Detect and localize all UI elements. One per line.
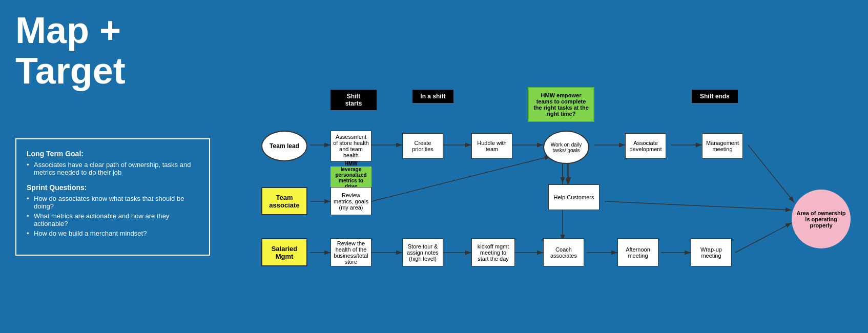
shift-starts-label: Shift starts: [330, 90, 377, 110]
review-metrics-node: Review metrics, goals (my area): [330, 187, 371, 215]
info-box: Long Term Goal: Associates have a clear …: [15, 138, 210, 256]
coach-associates-node: Coach associates: [543, 238, 584, 266]
team-lead-node: Team lead: [261, 131, 307, 161]
management-meeting-node: Management meeting: [702, 133, 743, 159]
in-a-shift-label: In a shift: [412, 90, 453, 103]
diagram: Shift starts In a shift Shift ends HMW e…: [231, 0, 861, 333]
sprint-question-3: How do we build a merchant mindset?: [27, 230, 199, 237]
page-title: Map + Target: [15, 10, 126, 91]
long-term-goal-label: Long Term Goal:: [27, 150, 199, 158]
work-on-daily-node: Work on daily tasks/ goals: [543, 131, 589, 164]
sprint-questions-list: How do associates know what tasks that s…: [27, 195, 199, 237]
afternoon-meeting-node: Afternoon meeting: [617, 238, 658, 266]
huddle-with-team-node: Huddle with team: [471, 133, 512, 159]
team-associate-node: Team associate: [261, 187, 307, 215]
kickoff-mgmt-node: kickoff mgmt meeting to start the day: [471, 238, 515, 266]
review-health-node: Review the health of the business/total …: [330, 238, 371, 266]
arrows-svg: [231, 0, 861, 333]
salaried-mgmt-node: Salaried Mgmt: [261, 238, 307, 266]
svg-line-7: [748, 145, 794, 202]
sprint-question-2: What metrics are actionable and how are …: [27, 212, 199, 227]
sprint-question-1: How do associates know what tasks that s…: [27, 195, 199, 210]
sprint-questions-label: Sprint Questions:: [27, 183, 199, 192]
associate-development-node: Associate development: [625, 133, 666, 159]
long-term-goal-item: Associates have a clear path of ownershi…: [27, 161, 199, 176]
assessment-node: Assessment of store health and team heal…: [330, 131, 371, 161]
wrap-up-node: Wrap-up meeting: [691, 238, 732, 266]
create-priorities-node: Create priorities: [402, 133, 443, 159]
shift-ends-label: Shift ends: [692, 90, 738, 103]
help-customers-node: Help Customers: [548, 184, 600, 210]
svg-line-18: [735, 223, 792, 253]
store-tour-node: Store tour & assign notes (high level): [402, 238, 443, 266]
svg-line-11: [605, 201, 792, 210]
hmw-empower-box: HMW empower teams to complete the right …: [528, 87, 594, 122]
area-ownership-node: Area of ownership is operating properly: [792, 190, 851, 248]
svg-line-9: [371, 156, 551, 201]
long-term-goals-list: Associates have a clear path of ownershi…: [27, 161, 199, 176]
